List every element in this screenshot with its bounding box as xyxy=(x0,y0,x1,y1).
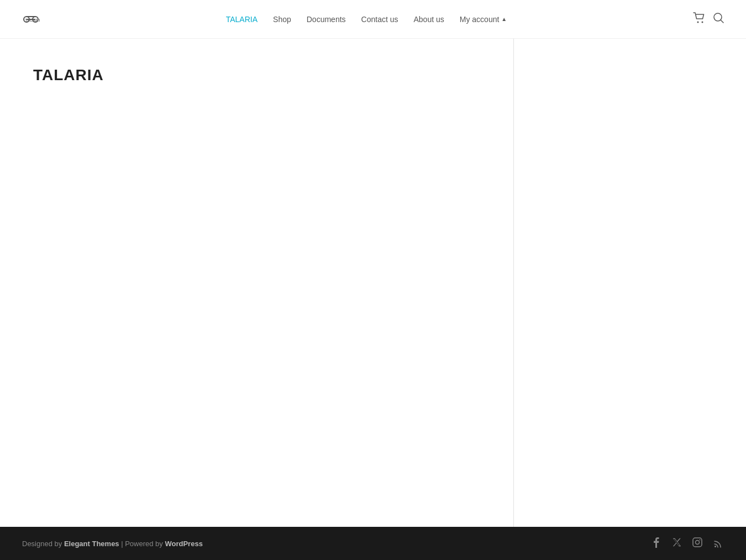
main-content: TALARIA xyxy=(0,39,746,527)
chevron-down-icon: ▲ xyxy=(501,16,507,22)
site-footer: Designed by Elegant Themes | Powered by … xyxy=(0,527,746,560)
footer-credits: Designed by Elegant Themes | Powered by … xyxy=(22,540,203,548)
facebook-icon[interactable] xyxy=(651,537,662,551)
nav-item-shop[interactable]: Shop xyxy=(273,15,291,24)
main-nav: TALARIA Shop Documents Contact us About … xyxy=(226,15,507,24)
nav-link-myaccount[interactable]: My account ▲ xyxy=(460,15,507,24)
sidebar xyxy=(514,39,685,527)
nav-link-documents[interactable]: Documents xyxy=(307,15,346,24)
elegant-themes-link[interactable]: Elegant Themes xyxy=(64,540,119,548)
nav-link-contact[interactable]: Contact us xyxy=(361,15,398,24)
wordpress-link[interactable]: WordPress xyxy=(165,540,202,548)
header-actions xyxy=(693,12,724,26)
logo-icon: TALARIA xyxy=(22,12,40,27)
svg-point-6 xyxy=(702,22,703,23)
svg-text:TALARIA: TALARIA xyxy=(25,18,40,23)
svg-line-8 xyxy=(721,20,723,23)
content-area: TALARIA xyxy=(0,39,514,527)
rss-icon[interactable] xyxy=(713,538,724,549)
page-title: TALARIA xyxy=(33,66,480,84)
nav-item-documents[interactable]: Documents xyxy=(307,15,346,24)
nav-item-about[interactable]: About us xyxy=(414,15,444,24)
twitter-x-icon[interactable] xyxy=(672,537,682,550)
site-header: TALARIA TALARIA Shop Documents Contact u… xyxy=(0,0,746,39)
svg-point-10 xyxy=(696,540,700,544)
powered-by-text: | Powered by xyxy=(119,540,165,548)
nav-link-talaria[interactable]: TALARIA xyxy=(226,15,258,24)
svg-point-5 xyxy=(697,22,699,23)
nav-item-myaccount[interactable]: My account ▲ xyxy=(460,15,507,24)
designed-by-text: Designed by xyxy=(22,540,64,548)
footer-social-icons xyxy=(651,537,724,551)
nav-link-shop[interactable]: Shop xyxy=(273,15,291,24)
cart-icon[interactable] xyxy=(693,12,705,26)
nav-link-about[interactable]: About us xyxy=(414,15,444,24)
instagram-icon[interactable] xyxy=(692,537,703,551)
svg-rect-9 xyxy=(693,538,702,547)
search-icon[interactable] xyxy=(713,12,724,26)
svg-point-11 xyxy=(700,539,701,540)
nav-item-contact[interactable]: Contact us xyxy=(361,15,398,24)
nav-item-talaria[interactable]: TALARIA xyxy=(226,15,258,24)
site-logo[interactable]: TALARIA xyxy=(22,12,40,27)
